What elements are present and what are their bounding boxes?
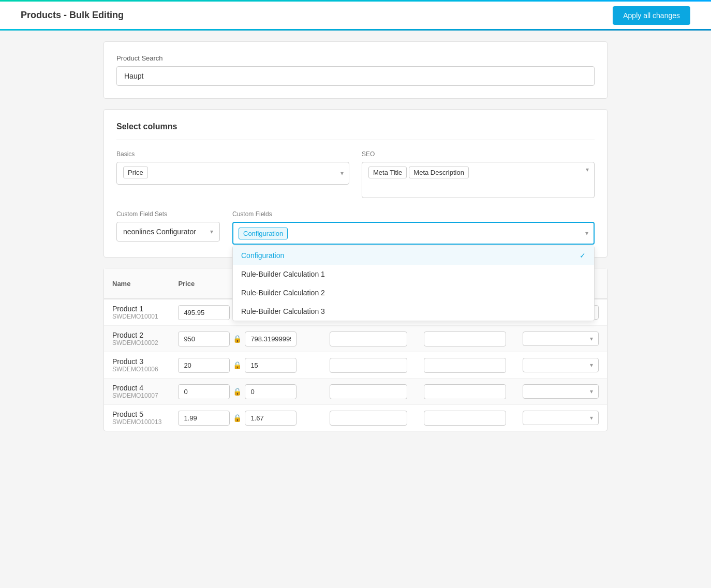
- product-extra-cell: [305, 379, 321, 405]
- lock-icon[interactable]: 🔒: [233, 414, 242, 422]
- product-extra-cell: [305, 352, 321, 379]
- product-price-cell: 🔒: [170, 405, 305, 431]
- seo-meta-description-tag: Meta Description: [409, 167, 469, 178]
- custom-field-sets-value: neonlines Configurator: [123, 228, 196, 236]
- config-dropdown[interactable]: ▾: [523, 331, 599, 346]
- product-name-cell: Product 3 SWDEMO10006: [104, 352, 170, 379]
- dropdown-item-label: Configuration: [241, 251, 284, 260]
- product-price-cell: 🔒: [170, 379, 305, 405]
- config-dropdown[interactable]: ▾: [523, 384, 599, 399]
- custom-fields-chevron-icon: ▾: [585, 230, 588, 237]
- dropdown-item-rule-builder-2[interactable]: Rule-Builder Calculation 2: [233, 283, 594, 302]
- config-chevron-icon: ▾: [590, 414, 593, 421]
- dropdown-item-rule-builder-3[interactable]: Rule-Builder Calculation 3: [233, 302, 594, 321]
- product-name-cell: Product 5 SWDEMO100013: [104, 405, 170, 431]
- product-config-cell: ▾: [514, 352, 607, 379]
- custom-fields-selected-tag: Configuration: [239, 228, 288, 239]
- product-name-cell: Product 2 SWDEMO10002: [104, 326, 170, 352]
- lock-icon[interactable]: 🔒: [233, 335, 242, 343]
- lock-icon[interactable]: 🔒: [233, 361, 242, 369]
- meta-title-input[interactable]: [330, 384, 407, 399]
- price-gross-input[interactable]: [178, 358, 230, 373]
- check-icon: ✓: [580, 251, 586, 260]
- product-name: Product 5: [112, 410, 161, 418]
- config-chevron-icon: ▾: [590, 361, 593, 369]
- product-price-cell: 🔒: [170, 352, 305, 379]
- custom-fields-dropdown-list: Configuration ✓ Rule-Builder Calculation…: [232, 246, 595, 321]
- custom-fields-section: Custom Fields Configuration ▾ Configurat…: [232, 210, 595, 245]
- product-extra-cell: [305, 326, 321, 352]
- table-row: Product 3 SWDEMO10006 🔒 ▾: [104, 352, 607, 379]
- config-chevron-icon: ▾: [590, 388, 593, 395]
- seo-dropdown[interactable]: Meta Title Meta Description ▾: [362, 162, 595, 198]
- custom-fields-text-input[interactable]: [290, 229, 585, 237]
- basics-price-tag: Price: [123, 167, 148, 178]
- price-gross-input[interactable]: [178, 331, 230, 346]
- price-gross-input[interactable]: [178, 305, 230, 320]
- price-net-input[interactable]: [245, 331, 297, 346]
- custom-field-sets-label: Custom Field Sets: [116, 210, 220, 218]
- product-sku: SWDEMO10002: [112, 339, 161, 346]
- price-inputs: 🔒: [178, 411, 297, 426]
- product-sku: SWDEMO100013: [112, 418, 161, 426]
- dropdown-item-label: Rule-Builder Calculation 1: [241, 270, 325, 278]
- table-row: Product 2 SWDEMO10002 🔒 ▾: [104, 326, 607, 352]
- dropdown-item-label: Rule-Builder Calculation 3: [241, 307, 325, 315]
- meta-description-input[interactable]: [424, 384, 507, 399]
- basics-chevron-icon: ▾: [340, 170, 344, 177]
- meta-description-input[interactable]: [424, 358, 507, 373]
- product-sku: SWDEMO10006: [112, 366, 161, 373]
- basics-section: Basics Price ▾: [116, 150, 349, 198]
- config-dropdown[interactable]: ▾: [523, 358, 599, 372]
- columns-grid: Basics Price ▾ SEO Meta Title Meta Descr…: [116, 150, 595, 198]
- basics-dropdown[interactable]: Price ▾: [116, 162, 349, 185]
- table-row: Product 5 SWDEMO100013 🔒 ▾: [104, 405, 607, 431]
- meta-title-input[interactable]: [330, 411, 407, 426]
- meta-title-input[interactable]: [330, 358, 407, 373]
- seo-meta-title-tag: Meta Title: [368, 167, 407, 178]
- lock-icon[interactable]: 🔒: [233, 387, 242, 396]
- product-config-cell: ▾: [514, 379, 607, 405]
- dropdown-item-configuration[interactable]: Configuration ✓: [233, 246, 594, 265]
- product-sku: SWDEMO10007: [112, 392, 161, 399]
- custom-field-sets-dropdown[interactable]: neonlines Configurator ▾: [116, 222, 220, 242]
- product-name: Product 1: [112, 305, 161, 313]
- product-meta-title-cell: [321, 326, 415, 352]
- product-search-input[interactable]: [116, 66, 595, 86]
- basics-label: Basics: [116, 150, 349, 158]
- price-net-input[interactable]: [245, 411, 297, 426]
- apply-all-changes-button[interactable]: Apply all changes: [613, 6, 690, 25]
- product-name: Product 3: [112, 357, 161, 366]
- page-title: Products - Bulk Editing: [21, 10, 124, 21]
- meta-description-input[interactable]: [424, 331, 507, 346]
- product-name: Product 4: [112, 384, 161, 392]
- price-inputs: 🔒: [178, 384, 297, 399]
- price-net-input[interactable]: [245, 384, 297, 399]
- custom-field-sets-chevron-icon: ▾: [210, 228, 213, 235]
- col-name: Name: [104, 268, 170, 299]
- dropdown-item-label: Rule-Builder Calculation 2: [241, 289, 325, 297]
- table-row: Product 4 SWDEMO10007 🔒 ▾: [104, 379, 607, 405]
- price-inputs: 🔒: [178, 331, 297, 346]
- product-meta-title-cell: [321, 352, 415, 379]
- product-meta-title-cell: [321, 379, 415, 405]
- custom-fields-input[interactable]: Configuration ▾: [232, 222, 595, 245]
- product-meta-title-cell: [321, 405, 415, 431]
- config-dropdown[interactable]: ▾: [523, 411, 599, 425]
- meta-description-input[interactable]: [424, 411, 507, 426]
- dropdown-item-rule-builder-1[interactable]: Rule-Builder Calculation 1: [233, 265, 594, 283]
- product-meta-description-cell: [416, 326, 515, 352]
- main-content: Product Search Select columns Basics Pri…: [0, 31, 711, 442]
- product-name: Product 2: [112, 331, 161, 339]
- price-gross-input[interactable]: [178, 384, 230, 399]
- product-meta-description-cell: [416, 352, 515, 379]
- custom-fields-row: Custom Field Sets neonlines Configurator…: [116, 210, 595, 245]
- config-chevron-icon: ▾: [590, 335, 593, 342]
- product-search-label: Product Search: [116, 54, 595, 62]
- price-gross-input[interactable]: [178, 411, 230, 426]
- price-net-input[interactable]: [245, 358, 297, 373]
- product-name-cell: Product 1 SWDEMO10001: [104, 299, 170, 326]
- meta-title-input[interactable]: [330, 331, 407, 346]
- seo-section: SEO Meta Title Meta Description ▾: [362, 150, 595, 198]
- product-meta-description-cell: [416, 405, 515, 431]
